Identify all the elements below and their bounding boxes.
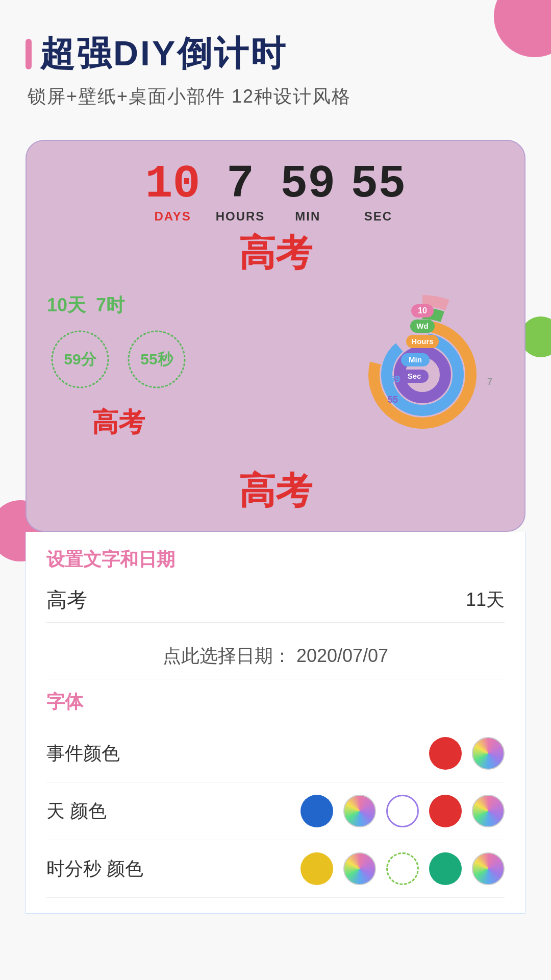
card-bottom-title: 高考 [42,467,509,516]
event-color-floral[interactable] [472,737,505,770]
left-event-label: 高考 [47,405,190,440]
svg-text:Hours: Hours [411,337,433,346]
date-select-row[interactable]: 点此选择日期： 2020/07/07 [46,633,505,679]
event-color-swatches [429,737,505,770]
time-color-yellow[interactable] [300,852,333,885]
donut-chart: 10 Wd Hours 59 Min 55 Sec 7 [341,293,504,456]
event-input-row[interactable]: 11天 [46,582,505,623]
app-title: 超强DIY倒计时 [40,31,287,77]
card-event-title: 高考 [42,229,509,278]
timer-sec-label: SEC [364,209,392,224]
days-color-blue[interactable] [300,795,333,827]
settings-panel: 设置文字和日期 11天 点此选择日期： 2020/07/07 字体 事件颜色 天… [26,532,525,914]
time-color-green[interactable] [429,852,462,885]
days-color-outline[interactable] [386,795,419,827]
timer-min-label: MIN [295,209,320,224]
app-subtitle: 锁屏+壁纸+桌面小部件 12种设计风格 [28,86,351,107]
days-color-floral1[interactable] [343,795,376,827]
timer-sec-value: 55 [350,161,406,207]
color-row-days: 天 颜色 [46,782,505,840]
timer-days-value: 10 [145,161,201,207]
widget-min-circle: 59分 [47,326,113,393]
timer-days-label: DAYS [154,209,191,224]
days-color-red[interactable] [429,795,462,827]
days-badge: 11天 [466,587,505,612]
widgets-area: 10天 7时 59分 55秒 [42,293,509,456]
svg-text:Min: Min [409,355,422,364]
widget-row-days-hours: 10天 7时 [47,293,190,318]
preview-card: 10 DAYS 7 HOURS 59 MIN 55 SEC 高考 10天 7时 [26,140,525,532]
svg-text:7: 7 [487,377,492,387]
timer-unit-min: 59 MIN [280,161,335,224]
font-section-title: 字体 [46,690,505,715]
time-color-swatches [300,852,505,885]
date-value: 2020/07/07 [296,645,388,666]
event-color-label: 事件颜色 [46,741,429,766]
header-title-row: 超强DIY倒计时 [26,31,525,77]
svg-text:55: 55 [388,395,398,405]
header: 超强DIY倒计时 锁屏+壁纸+桌面小部件 12种设计风格 [0,0,551,119]
svg-text:Sec: Sec [408,372,421,380]
svg-text:59: 59 [390,374,400,384]
color-row-event: 事件颜色 [46,725,505,782]
event-color-red[interactable] [429,737,462,770]
svg-text:Wd: Wd [416,322,428,330]
widget-hours-text: 7时 [96,293,124,318]
timer-unit-days: 10 DAYS [145,161,201,224]
timer-unit-sec: 55 SEC [350,161,406,224]
date-select-label: 点此选择日期： [163,645,291,666]
left-widgets: 10天 7时 59分 55秒 [47,293,190,440]
timer-unit-hours: 7 HOURS [216,161,265,224]
header-accent-bar [26,39,32,69]
time-color-outline-green[interactable] [386,852,419,885]
timer-row: 10 DAYS 7 HOURS 59 MIN 55 SEC [42,161,509,224]
timer-min-value: 59 [280,161,335,207]
widget-row-min-sec: 59分 55秒 [47,326,190,393]
settings-section-title: 设置文字和日期 [46,547,505,572]
font-section: 字体 事件颜色 天 颜色 时分秒 颜色 [46,690,505,898]
days-color-floral2[interactable] [472,795,505,827]
time-color-floral2[interactable] [472,852,505,885]
time-color-label: 时分秒 颜色 [46,856,300,881]
time-color-floral1[interactable] [343,852,376,885]
color-row-time: 时分秒 颜色 [46,840,505,898]
event-name-input[interactable] [46,589,466,611]
widget-sec-circle: 55秒 [123,326,190,393]
days-color-label: 天 颜色 [46,799,300,824]
widget-min-label: 59分 [64,349,96,370]
widget-days-text: 10天 [47,293,86,318]
timer-hours-value: 7 [227,161,254,207]
days-color-swatches [300,795,505,827]
timer-hours-label: HOURS [216,209,265,224]
svg-text:10: 10 [418,306,427,315]
widget-sec-label: 55秒 [140,349,172,370]
